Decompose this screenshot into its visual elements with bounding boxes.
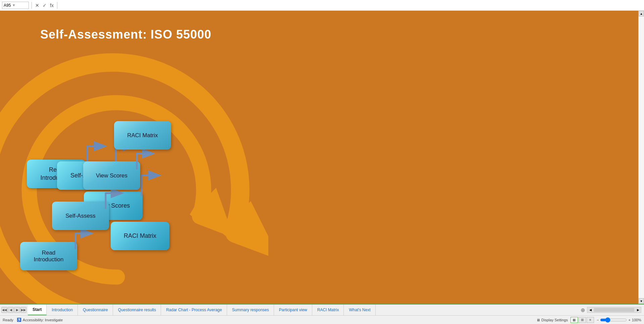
page-title: Self-Assessment: ISO 55000	[40, 28, 211, 42]
zoom-slider[interactable]	[600, 317, 627, 323]
view-scores-btn-stair[interactable]: View Scores	[83, 161, 140, 190]
sheet-tabs: Start Introduction Questionnaire Questio…	[28, 305, 578, 315]
hscroll-left[interactable]: ◀	[587, 307, 593, 313]
zoom-out-btn[interactable]: −	[597, 318, 599, 322]
tab-whats-next[interactable]: What's Next	[344, 305, 375, 315]
read-intro-btn-stair[interactable]: ReadIntroduction	[20, 242, 77, 270]
formula-bar-separator	[32, 2, 32, 9]
zoom-controls: − + 100%	[597, 317, 641, 323]
tab-participant-view-label: Participant view	[279, 308, 307, 312]
hscroll-right[interactable]: ▶	[635, 307, 641, 313]
page-break-btn[interactable]: ≡	[587, 317, 594, 323]
zoom-in-btn[interactable]: +	[628, 318, 630, 322]
tab-summary-responses-label: Summary responses	[232, 308, 269, 312]
display-settings-label: Display Settings	[541, 318, 568, 322]
tab-questionnaire-results-label: Questionnaire results	[118, 308, 156, 312]
tab-radar-chart[interactable]: Radar Chart - Process Average	[161, 305, 227, 315]
tab-raci-matrix-label: RACI Matrix	[317, 308, 339, 312]
tab-start-label: Start	[33, 307, 42, 312]
main-content-area: Self-Assessment: ISO 55000 ReadIntroduct…	[0, 11, 644, 304]
accessibility-label: Accessibility: Investigate	[23, 318, 63, 322]
self-assess-btn-stair[interactable]: Self-Assess	[52, 202, 109, 230]
add-sheet-button[interactable]: ⊕	[578, 306, 587, 314]
tab-scroll-left-btn[interactable]: ◀◀	[1, 307, 7, 313]
confirm-icon[interactable]: ✓	[42, 3, 47, 8]
tab-summary-responses[interactable]: Summary responses	[227, 305, 274, 315]
zoom-level: 100%	[632, 318, 641, 322]
display-settings-btn[interactable]: 🖥 Display Settings	[536, 318, 568, 322]
cancel-icon[interactable]: ✕	[35, 3, 40, 8]
view-scores-stair-label: View Scores	[96, 172, 127, 179]
ready-status: Ready	[3, 318, 13, 322]
tab-radar-chart-label: Radar Chart - Process Average	[166, 308, 222, 312]
tab-introduction-label: Introduction	[52, 308, 73, 312]
page-layout-btn[interactable]: ⊞	[579, 317, 586, 323]
cell-reference-box[interactable]: A95 ▼	[2, 2, 29, 9]
tab-prev-btn[interactable]: ◀	[8, 307, 14, 313]
tab-nav-buttons: ◀◀ ◀ ▶ ▶▶	[0, 305, 28, 315]
scroll-down-btn[interactable]: ▼	[639, 298, 644, 304]
tab-scrollbar-area: ◀ ▶	[587, 305, 644, 315]
read-intro-stair-label: ReadIntroduction	[34, 250, 64, 263]
add-sheet-icon: ⊕	[581, 307, 585, 313]
status-right: 🖥 Display Settings ▦ ⊞ ≡ − + 100%	[536, 317, 641, 323]
canvas-area: Self-Assessment: ISO 55000 ReadIntroduct…	[0, 11, 638, 304]
display-settings-icon: 🖥	[536, 318, 540, 322]
accessibility-status: ♿ Accessibility: Investigate	[17, 318, 63, 322]
self-assess-stair-label: Self-Assess	[65, 213, 96, 219]
formula-bar-separator2	[57, 2, 57, 9]
normal-view-btn[interactable]: ▦	[571, 317, 578, 323]
accessibility-icon: ♿	[17, 318, 21, 322]
fx-icon[interactable]: fx	[49, 3, 54, 8]
scroll-up-btn[interactable]: ▲	[639, 11, 644, 16]
view-mode-buttons: ▦ ⊞ ≡	[571, 317, 594, 323]
tab-introduction[interactable]: Introduction	[47, 305, 78, 315]
tab-bar: ◀◀ ◀ ▶ ▶▶ Start Introduction Questionnai…	[0, 304, 644, 315]
status-left: Ready ♿ Accessibility: Investigate	[3, 318, 532, 322]
tab-questionnaire-results[interactable]: Questionnaire results	[113, 305, 161, 315]
formula-input[interactable]	[60, 2, 635, 9]
scroll-track[interactable]	[639, 16, 644, 298]
tab-scroll-right-btn[interactable]: ▶▶	[20, 307, 26, 313]
tab-questionnaire-label: Questionnaire	[83, 308, 108, 312]
formula-bar: A95 ▼ ✕ ✓ fx	[0, 0, 644, 11]
tab-questionnaire[interactable]: Questionnaire	[78, 305, 113, 315]
raci-matrix-label: RACI Matrix	[124, 232, 156, 239]
tab-start[interactable]: Start	[28, 305, 47, 315]
formula-icons-group: ✕ ✓ fx	[35, 3, 54, 8]
raci-matrix-stair-label: RACI Matrix	[127, 132, 158, 139]
hscroll-thumb[interactable]	[594, 308, 634, 312]
tab-raci-matrix[interactable]: RACI Matrix	[313, 305, 344, 315]
cell-ref-value: A95	[4, 3, 11, 8]
right-scrollbar[interactable]: ▲ ▼	[638, 11, 644, 304]
tab-participant-view[interactable]: Participant view	[274, 305, 312, 315]
raci-matrix-button[interactable]: RACI Matrix	[111, 222, 169, 250]
status-bar: Ready ♿ Accessibility: Investigate 🖥 Dis…	[0, 315, 644, 324]
tab-next-btn[interactable]: ▶	[14, 307, 20, 313]
tab-whats-next-label: What's Next	[349, 308, 370, 312]
raci-matrix-btn-stair[interactable]: RACI Matrix	[114, 121, 171, 150]
